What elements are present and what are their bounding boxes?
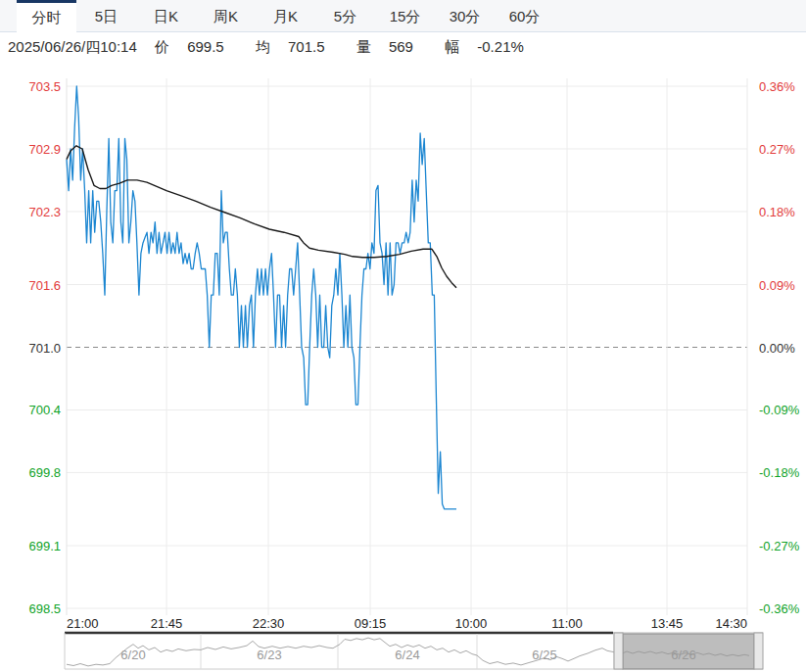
time-axis-label: 21:00 <box>67 616 125 631</box>
navigator-date-label: 6/26 <box>662 648 705 662</box>
time-axis-label: 22:30 <box>239 616 298 631</box>
price-line <box>67 86 456 509</box>
time-axis-label: 14:30 <box>688 616 747 631</box>
time-axis-label: 13:45 <box>638 616 696 631</box>
navigator-date-label: 6/20 <box>112 648 155 662</box>
navigator-right-handle[interactable] <box>754 633 763 669</box>
navigator-date-label: 6/25 <box>523 648 566 662</box>
percent-axis-label: 0.18% <box>759 205 806 219</box>
navigator-date-label: 6/23 <box>248 648 291 662</box>
price-axis-label: 703.5 <box>0 79 61 94</box>
price-axis-label: 699.8 <box>0 465 61 480</box>
time-axis-label: 09:15 <box>341 616 400 631</box>
price-axis-label: 701.6 <box>0 278 61 293</box>
average-line <box>67 146 456 288</box>
percent-axis-label: -0.36% <box>759 601 806 616</box>
percent-axis-label: 0.09% <box>759 278 806 293</box>
navigator-date-label: 6/24 <box>386 648 429 662</box>
percent-axis-label: -0.18% <box>759 465 806 480</box>
percent-axis-label: 0.00% <box>759 341 806 356</box>
percent-axis-label: 0.27% <box>759 142 806 157</box>
price-axis-label: 699.1 <box>0 539 61 553</box>
time-axis-label: 11:00 <box>538 616 596 631</box>
price-axis-label: 702.9 <box>0 142 61 157</box>
percent-axis-label: 0.36% <box>759 79 806 94</box>
price-axis-label: 698.5 <box>0 601 61 616</box>
percent-axis-label: -0.09% <box>759 403 806 417</box>
percent-axis-label: -0.27% <box>759 539 806 553</box>
time-axis-label: 10:00 <box>442 616 500 631</box>
navigator-left-handle[interactable] <box>614 633 623 669</box>
price-axis-label: 702.3 <box>0 205 61 219</box>
price-axis-label: 701.0 <box>0 341 61 356</box>
time-axis-label: 21:45 <box>137 616 196 631</box>
intraday-chart <box>0 0 806 672</box>
price-axis-label: 700.4 <box>0 403 61 417</box>
